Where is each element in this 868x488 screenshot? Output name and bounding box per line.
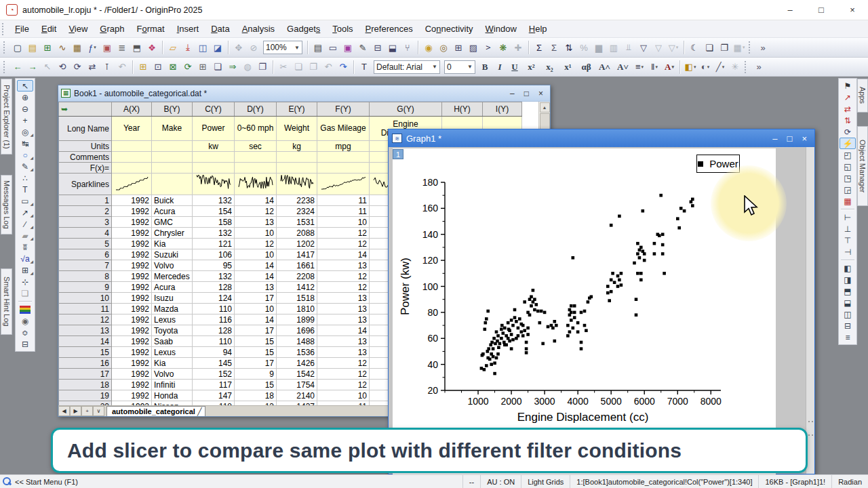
graph-title-bar[interactable]: ≋ Graph1 * – □ × — [389, 129, 814, 147]
column-format-icon[interactable]: ‖▾ — [647, 60, 662, 74]
year-cell[interactable]: 1992 — [112, 249, 152, 260]
menu-preferences[interactable]: Preferences — [359, 21, 419, 37]
year-cell[interactable]: 1992 — [112, 271, 152, 282]
new-bottom-axis-icon[interactable]: ⊥ — [840, 223, 856, 235]
weight-cell[interactable]: 1412 — [277, 282, 317, 293]
menu-window[interactable]: Window — [479, 21, 523, 37]
add-layer-right-y-icon[interactable]: ◲ — [840, 184, 856, 195]
gas-mileage-cell[interactable]: 13 — [317, 260, 370, 271]
new-left-axis-icon[interactable]: ⊢ — [840, 211, 856, 223]
weight-cell[interactable]: 1754 — [277, 380, 317, 390]
line-tool-icon[interactable]: ∕◢ — [17, 218, 33, 230]
graph-scrollbar[interactable] — [806, 147, 814, 474]
accel-cell[interactable]: 13 — [235, 217, 277, 228]
align-right-icon[interactable]: ◨ — [840, 274, 856, 285]
print-icon[interactable]: ▤ — [311, 41, 326, 55]
screen-reader-icon[interactable]: + — [17, 115, 33, 126]
reimport-data-icon[interactable]: ⟲ — [55, 60, 70, 74]
workbook-title-bar[interactable]: ▦ Book1 - automobile_categorical.dat * –… — [58, 85, 550, 102]
make-cell[interactable]: Kia — [152, 239, 193, 249]
year-cell[interactable]: 1992 — [112, 195, 152, 206]
make-cell[interactable]: Lexus — [152, 347, 193, 358]
gas-mileage-cell[interactable]: 12 — [317, 369, 370, 380]
menu-graph[interactable]: Graph — [94, 21, 130, 37]
new-function-graph-icon[interactable]: ƒ▾ — [85, 41, 100, 55]
zoom-level-select[interactable]: 100%▼ — [263, 41, 302, 54]
units-cell[interactable] — [152, 141, 193, 152]
add-layer-left-icon[interactable]: ◰ — [840, 149, 856, 161]
duplicate-book-icon[interactable]: ❐ — [255, 60, 270, 74]
object-edit-button-icon[interactable]: ⊟ — [17, 338, 33, 350]
accel-cell[interactable]: 15 — [235, 380, 277, 390]
pointer-icon[interactable]: ↖ — [17, 80, 33, 92]
year-cell[interactable]: 1992 — [112, 228, 152, 239]
long-name-cell[interactable]: Year — [112, 117, 152, 141]
gas-mileage-cell[interactable]: 10 — [317, 390, 370, 401]
weight-cell[interactable]: 2208 — [277, 271, 317, 282]
make-cell[interactable]: Acura — [152, 206, 193, 217]
gas-mileage-cell[interactable]: 12 — [317, 239, 370, 249]
gas-mileage-cell[interactable]: 13 — [317, 304, 370, 314]
sort-worksheet-icon[interactable]: ⇅ — [561, 41, 576, 55]
code-builder-icon[interactable]: ❋ — [496, 41, 511, 55]
menu-help[interactable]: Help — [523, 21, 553, 37]
start-menu-icon[interactable] — [3, 477, 12, 486]
worksheet-properties-icon[interactable]: ⊞ — [451, 41, 466, 55]
arrow-tool-icon[interactable]: ↗◢ — [17, 207, 33, 218]
font-family-select[interactable]: Default: Arial▼ — [374, 60, 440, 74]
layer-object-icon[interactable]: ❏ — [17, 287, 33, 299]
maximize-button[interactable]: □ — [806, 0, 837, 20]
align-center-vertical-icon[interactable]: ◫ — [840, 308, 856, 320]
gas-mileage-cell[interactable]: 14 — [317, 325, 370, 336]
weight-cell[interactable]: 1531 — [277, 217, 317, 228]
new-workbook-icon[interactable]: ⊞ — [40, 41, 55, 55]
accel-cell[interactable]: 12 — [235, 206, 277, 217]
year-cell[interactable]: 1992 — [112, 239, 152, 249]
add-layer-top-x-icon[interactable]: ◳ — [840, 172, 856, 184]
menu-edit[interactable]: Edit — [35, 21, 62, 37]
power-cell[interactable]: 116 — [193, 314, 235, 325]
row-number[interactable]: 2 — [59, 206, 112, 217]
column-header[interactable]: E(Y) — [277, 102, 317, 117]
cluster-tool-icon[interactable]: ∴ — [17, 172, 33, 184]
reimport-all-icon[interactable]: ⟳ — [70, 60, 85, 74]
rescale-axes-icon[interactable]: ↗ — [840, 92, 856, 103]
gas-mileage-cell[interactable]: 12 — [317, 228, 370, 239]
year-cell[interactable]: 1992 — [112, 217, 152, 228]
units-cell[interactable]: sec — [235, 141, 277, 152]
pin-window-icon[interactable]: ⊺ — [100, 60, 115, 74]
make-cell[interactable]: Mercedes — [152, 271, 193, 282]
make-cell[interactable]: Saab — [152, 336, 193, 347]
make-cell[interactable]: GMC — [152, 217, 193, 228]
pattern-color-icon[interactable]: ◐▾ — [698, 60, 713, 74]
new-folder-icon[interactable]: ▤ — [25, 41, 40, 55]
accel-cell[interactable]: 9 — [235, 369, 277, 380]
row-number[interactable]: 15 — [59, 347, 112, 358]
edit-mode-icon[interactable]: ✎ — [355, 41, 370, 55]
long-name-cell[interactable]: Make — [152, 117, 193, 141]
duplicate-sheet-icon[interactable]: ❏ — [210, 60, 225, 74]
empty-cell[interactable] — [193, 163, 235, 174]
font-size-select[interactable]: 0▼ — [444, 60, 475, 74]
year-cell[interactable]: 1992 — [112, 347, 152, 358]
sparkline-cell[interactable] — [112, 174, 152, 195]
empty-cell[interactable] — [152, 163, 193, 174]
empty-cell[interactable] — [193, 152, 235, 163]
find-icon[interactable]: ◉ — [421, 41, 436, 55]
gas-mileage-cell[interactable]: 12 — [317, 358, 370, 369]
workbook-minimize-button[interactable]: – — [510, 89, 515, 98]
rescale-width-icon[interactable]: ⇄ — [840, 103, 856, 115]
column-header[interactable]: I(Y) — [483, 102, 522, 117]
row-number[interactable]: 4 — [59, 228, 112, 239]
project-tree-icon[interactable]: ⑂ — [400, 41, 415, 55]
polygon-tool-icon[interactable]: ▰◢ — [17, 230, 33, 241]
year-cell[interactable]: 1992 — [112, 260, 152, 271]
subscript-icon[interactable]: x₂ — [540, 60, 559, 74]
data-selector-icon[interactable]: ↹ — [17, 138, 33, 149]
row-number[interactable]: 16 — [59, 358, 112, 369]
toolbar-overflow-icon[interactable]: » — [755, 41, 770, 55]
new-project-icon[interactable]: ▢ — [10, 41, 25, 55]
statistics-on-columns-icon[interactable]: Σ — [547, 41, 561, 55]
weight-cell[interactable]: 2088 — [277, 228, 317, 239]
gas-mileage-cell[interactable]: 10 — [317, 217, 370, 228]
